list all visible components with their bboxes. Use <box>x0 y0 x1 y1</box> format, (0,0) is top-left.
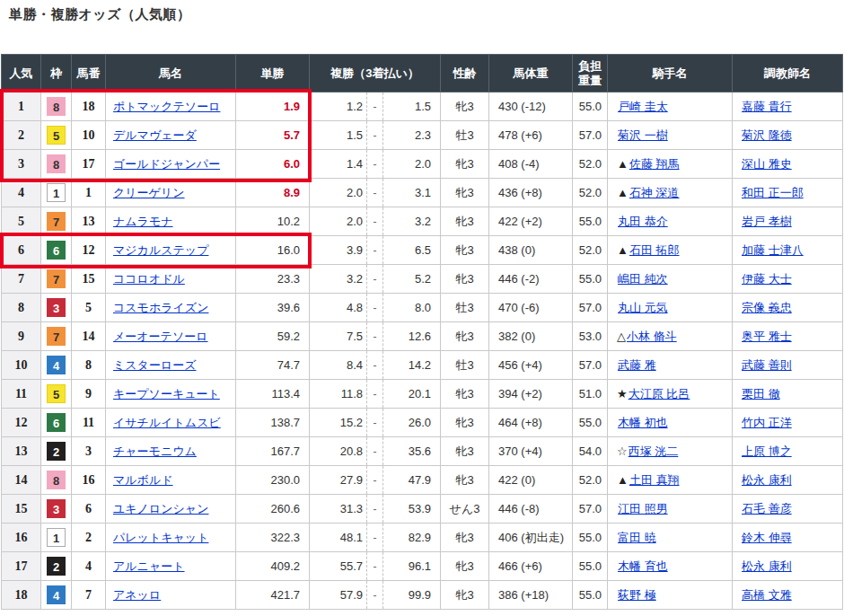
horse-number-cell: 1 <box>72 179 106 207</box>
header-trainer: 調教師名 <box>733 55 843 92</box>
horse-weight-cell: 370 (+4) <box>489 437 573 466</box>
frame-cell: 5 <box>41 380 72 409</box>
rank-cell: 10 <box>2 351 41 380</box>
header-jockey: 騎手名 <box>608 55 733 92</box>
place-odds-low-cell: 48.1 <box>310 524 367 552</box>
place-odds-high-cell: 6.5 <box>383 236 441 265</box>
load-weight-cell: 55.0 <box>573 552 608 581</box>
horse-name-link[interactable]: チャーモニウム <box>113 444 197 458</box>
jockey-cell: 菊沢 一樹 <box>608 121 733 150</box>
jockey-link[interactable]: 戸崎 圭太 <box>618 100 668 113</box>
jockey-link[interactable]: 菊沢 一樹 <box>618 128 668 142</box>
place-odds-separator: - <box>367 207 383 236</box>
frame-badge: 2 <box>47 442 66 461</box>
jockey-link[interactable]: 小林 脩斗 <box>627 330 677 343</box>
jockey-link[interactable]: 嶋田 純次 <box>618 272 668 286</box>
horse-name-link[interactable]: デルマヴェーダ <box>113 128 197 142</box>
horse-number-cell: 18 <box>72 92 106 121</box>
trainer-link[interactable]: 上原 博之 <box>742 444 792 458</box>
place-odds-separator: - <box>367 466 383 495</box>
frame-badge: 2 <box>47 557 66 576</box>
trainer-link[interactable]: 嘉藤 貴行 <box>742 100 792 113</box>
trainer-link[interactable]: 高橋 文雅 <box>742 588 792 602</box>
trainer-link[interactable]: 菊沢 隆徳 <box>742 128 792 142</box>
jockey-link[interactable]: 木幡 育也 <box>618 559 668 573</box>
place-odds-low-cell: 20.8 <box>310 437 367 466</box>
jockey-link[interactable]: 武藤 雅 <box>618 358 656 372</box>
load-weight-cell: 54.0 <box>573 437 608 466</box>
trainer-cell: 菊沢 隆徳 <box>733 121 843 150</box>
horse-name-link[interactable]: ココロオドル <box>113 272 185 286</box>
horse-number-cell: 8 <box>72 351 106 380</box>
header-frame: 枠 <box>41 55 72 92</box>
table-header-row: 人気 枠 馬番 馬名 単勝 複勝（3着払い） 性齢 馬体重 負担重量 騎手名 調… <box>2 55 843 92</box>
jockey-link[interactable]: 丸山 元気 <box>618 301 668 314</box>
place-odds-separator: - <box>367 380 383 409</box>
table-row: 7 7 15 ココロオドル 23.3 3.2 - 5.2 牝3 446 (-2)… <box>2 265 843 294</box>
trainer-link[interactable]: 深山 雅史 <box>742 157 792 171</box>
horse-weight-cell: 386 (+18) <box>489 581 573 610</box>
horse-name-link[interactable]: ミスターローズ <box>113 358 197 372</box>
frame-cell: 6 <box>41 409 72 437</box>
horse-name-link[interactable]: コスモホライズン <box>113 301 208 314</box>
trainer-link[interactable]: 松永 康利 <box>742 559 792 573</box>
trainer-link[interactable]: 伊藤 大士 <box>742 272 792 286</box>
jockey-link[interactable]: 富田 暁 <box>618 531 656 544</box>
trainer-cell: 鈴木 伸尋 <box>733 524 843 552</box>
horse-name-link[interactable]: キープソーキュート <box>113 387 220 400</box>
horse-name-link[interactable]: ナムラモナ <box>113 215 173 228</box>
horse-name-link[interactable]: イサチルイトムスビ <box>113 416 221 429</box>
jockey-link[interactable]: 江田 照男 <box>618 502 668 515</box>
jockey-link[interactable]: 大江原 比呂 <box>629 387 690 400</box>
horse-weight-cell: 464 (+8) <box>489 409 573 437</box>
trainer-link[interactable]: 松永 康利 <box>742 473 792 487</box>
horse-name-link[interactable]: ユキノロンシャン <box>113 502 208 515</box>
win-odds-cell: 23.3 <box>236 265 310 294</box>
trainer-link[interactable]: 岩戸 孝樹 <box>742 215 792 228</box>
jockey-link[interactable]: 石田 拓郎 <box>629 243 680 257</box>
trainer-link[interactable]: 和田 正一郎 <box>742 186 804 199</box>
trainer-cell: 武藤 善則 <box>733 351 843 380</box>
sex-age-cell: 牝3 <box>441 92 489 121</box>
trainer-link[interactable]: 武藤 善則 <box>742 358 792 372</box>
jockey-link[interactable]: 西塚 洸二 <box>629 444 679 458</box>
horse-name-link[interactable]: アルニャート <box>113 559 185 573</box>
place-odds-low-cell: 1.2 <box>310 92 367 121</box>
jockey-cell: ▲石田 拓郎 <box>608 236 733 265</box>
jockey-link[interactable]: 木幡 初也 <box>618 416 668 429</box>
jockey-link[interactable]: 丸田 恭介 <box>618 215 668 228</box>
jockey-link[interactable]: 石神 深道 <box>629 186 680 199</box>
horse-name-link[interactable]: クリーゲリン <box>113 186 185 199</box>
frame-cell: 8 <box>41 92 72 121</box>
horse-name-link[interactable]: メーオーテソーロ <box>113 330 208 343</box>
horse-name-link[interactable]: マジカルステップ <box>113 243 208 257</box>
trainer-link[interactable]: 加藤 士津八 <box>742 243 804 257</box>
place-odds-high-cell: 14.2 <box>383 351 441 380</box>
horse-name-link[interactable]: パレットキャット <box>113 531 208 544</box>
header-sex-age: 性齢 <box>441 55 489 92</box>
trainer-link[interactable]: 栗田 徹 <box>742 387 780 400</box>
place-odds-high-cell: 5.2 <box>383 265 441 294</box>
trainer-link[interactable]: 竹内 正洋 <box>742 416 792 429</box>
frame-badge: 4 <box>47 585 66 604</box>
trainer-link[interactable]: 石毛 善彦 <box>742 502 792 515</box>
frame-cell: 1 <box>41 524 72 552</box>
horse-name-link[interactable]: ポトマックテソーロ <box>113 100 220 113</box>
jockey-link[interactable]: 荻野 極 <box>618 588 656 602</box>
trainer-link[interactable]: 奥平 雅士 <box>742 330 792 343</box>
trainer-link[interactable]: 宗像 義忠 <box>742 301 792 314</box>
table-row: 15 3 6 ユキノロンシャン 260.6 31.3 - 53.9 せん3 44… <box>2 495 843 524</box>
horse-number-cell: 14 <box>72 322 106 351</box>
jockey-link[interactable]: 佐藤 翔馬 <box>629 157 680 171</box>
place-odds-high-cell: 12.6 <box>383 322 441 351</box>
jockey-link[interactable]: 土田 真翔 <box>629 473 680 487</box>
place-odds-separator: - <box>367 236 383 265</box>
frame-badge: 8 <box>47 154 66 173</box>
trainer-link[interactable]: 鈴木 伸尋 <box>742 531 792 544</box>
win-odds-cell: 409.2 <box>236 552 310 581</box>
horse-name-link[interactable]: アネッロ <box>113 588 161 602</box>
horse-number-cell: 13 <box>72 207 106 236</box>
horse-name-link[interactable]: マルボルド <box>113 473 173 487</box>
jockey-cell: 丸山 元気 <box>608 294 733 322</box>
horse-name-link[interactable]: ゴールドジャンパー <box>113 157 220 171</box>
